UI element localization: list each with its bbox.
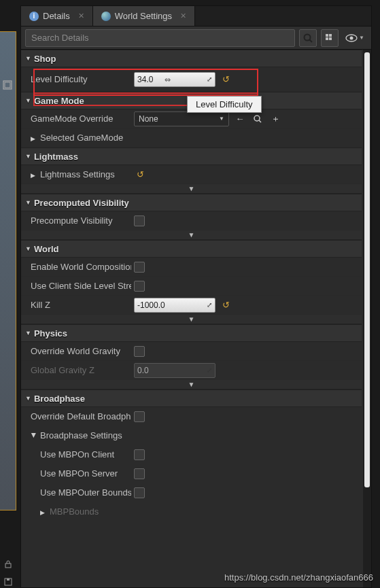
mbp-outer-label: Use MBPOuter Bounds <box>21 487 131 498</box>
row-mbp-bounds[interactable]: ▶MBPBounds <box>21 502 362 521</box>
tab-world-settings[interactable]: World Settings ✕ <box>93 6 195 26</box>
info-icon: i <box>29 12 39 21</box>
dock-icon[interactable] <box>1 79 14 91</box>
kill-z-value: -1000.0 <box>137 300 207 310</box>
section-lightmass-title: Lightmass <box>34 152 78 162</box>
mbp-client-checkbox[interactable] <box>134 449 145 460</box>
disclosure-icon: ▼ <box>25 199 31 206</box>
disclosure-down-icon: ▶ <box>31 433 37 440</box>
svg-rect-7 <box>326 34 328 37</box>
show-advanced-world[interactable]: ▼ <box>21 315 362 324</box>
viewport-sliver <box>0 31 16 511</box>
level-difficulty-input[interactable]: 34.0 ⇔ ⤢ <box>134 72 215 87</box>
search-bar: ▼ <box>21 27 371 50</box>
row-enable-world-composition: Enable World Composition <box>21 258 362 277</box>
gamemode-override-combo[interactable]: None ▼ <box>134 111 229 126</box>
section-world-title: World <box>34 244 59 254</box>
tab-details-label: Details <box>43 11 70 21</box>
close-icon[interactable]: ✕ <box>78 12 84 20</box>
disclosure-icon: ▼ <box>25 153 31 160</box>
tab-details[interactable]: i Details ✕ <box>21 6 93 26</box>
expand-icon[interactable]: ⤢ <box>207 75 212 83</box>
section-shop[interactable]: ▼ Shop <box>21 50 362 67</box>
property-matrix-button[interactable] <box>321 29 339 47</box>
svg-rect-9 <box>326 37 328 40</box>
row-client-side-streaming: Use Client Side Level Streaming <box>21 277 362 296</box>
mbp-outer-checkbox[interactable] <box>134 487 145 498</box>
row-mbp-client: Use MBPOn Client <box>21 445 362 464</box>
expand-icon[interactable]: ⤢ <box>207 301 212 309</box>
enable-world-composition-checkbox[interactable] <box>134 262 145 273</box>
row-broadphase-settings[interactable]: ▶Broadphase Settings <box>21 426 362 445</box>
expand-icon: ⤢ <box>207 366 212 374</box>
row-override-default-broadphase: Override Default Broadphase <box>21 407 362 426</box>
disclosure-icon: ▼ <box>25 395 31 402</box>
client-side-streaming-checkbox[interactable] <box>134 281 145 292</box>
disclosure-right-icon: ▶ <box>31 172 37 179</box>
override-default-broadphase-checkbox[interactable] <box>134 411 145 422</box>
watermark: https://blog.csdn.net/zhangxiaofan666 <box>224 572 373 583</box>
search-input[interactable] <box>25 29 295 47</box>
disclosure-right-icon: ▶ <box>31 135 37 142</box>
level-difficulty-label: Level Difficulty <box>21 74 131 84</box>
new-button[interactable]: ＋ <box>269 112 282 126</box>
mbp-client-label: Use MBPOn Client <box>21 449 131 460</box>
section-physics[interactable]: ▼ Physics <box>21 324 362 342</box>
scrollbar-thumb[interactable] <box>364 52 370 487</box>
chevron-down-icon: ▼ <box>359 35 364 41</box>
level-difficulty-value: 34.0 <box>137 75 207 84</box>
vertical-scrollbar[interactable] <box>363 50 371 587</box>
reset-to-default-button[interactable]: ↺ <box>220 73 232 86</box>
row-mbp-outer: Use MBPOuter Bounds <box>21 483 362 502</box>
svg-rect-2 <box>5 564 11 568</box>
enable-world-composition-label: Enable World Composition <box>21 262 131 272</box>
bottom-dock-icons <box>1 559 15 587</box>
search-button[interactable] <box>299 29 317 47</box>
section-physics-title: Physics <box>34 328 67 339</box>
lightmass-settings-label: ▶Lightmass Settings <box>21 169 131 179</box>
save-icon[interactable] <box>1 577 15 587</box>
override-world-gravity-checkbox[interactable] <box>134 346 145 357</box>
global-gravity-z-value: 0.0 <box>137 366 207 375</box>
eye-icon <box>345 34 358 42</box>
tooltip-level-difficulty: Level Difficulty <box>187 96 262 113</box>
show-advanced-precomp[interactable]: ▼ <box>21 230 362 240</box>
precompute-visibility-checkbox[interactable] <box>134 215 145 226</box>
reset-to-default-button[interactable]: ↺ <box>134 169 146 181</box>
view-options-button[interactable]: ▼ <box>343 34 367 42</box>
disclosure-icon: ▼ <box>25 55 31 62</box>
reset-to-default-button[interactable]: ↺ <box>220 299 232 311</box>
section-lightmass[interactable]: ▼ Lightmass <box>21 148 362 165</box>
row-precompute-visibility: Precompute Visibility <box>21 211 362 230</box>
section-broadphase[interactable]: ▼ Broadphase <box>21 390 362 407</box>
client-side-streaming-label: Use Client Side Level Streaming <box>21 281 131 291</box>
close-icon[interactable]: ✕ <box>180 12 186 20</box>
row-lightmass-settings[interactable]: ▶Lightmass Settings ↺ <box>21 165 362 184</box>
global-gravity-z-input: 0.0 ⤢ <box>134 363 215 378</box>
row-selected-gamemode[interactable]: ▶Selected GameMode <box>21 128 362 148</box>
section-precomputed-visibility[interactable]: ▼ Precomputed Visibility <box>21 194 362 211</box>
lock-icon[interactable] <box>1 559 15 569</box>
svg-rect-10 <box>329 37 332 40</box>
svg-rect-1 <box>5 82 10 88</box>
properties-body: ▼ Shop Level Difficulty 34.0 ⇔ ⤢ ↺ ▼ Gam… <box>21 50 371 587</box>
svg-line-14 <box>259 120 261 122</box>
disclosure-icon: ▼ <box>25 330 31 336</box>
mbp-server-checkbox[interactable] <box>134 468 145 479</box>
use-selected-button[interactable]: ← <box>233 112 247 126</box>
global-gravity-z-label: Global Gravity Z <box>21 365 131 375</box>
section-shop-title: Shop <box>34 54 56 64</box>
tab-bar: i Details ✕ World Settings ✕ <box>21 6 371 27</box>
section-game-mode-title: Game Mode <box>34 96 84 106</box>
world-icon <box>101 12 111 21</box>
show-advanced-physics[interactable]: ▼ <box>21 380 362 390</box>
section-world[interactable]: ▼ World <box>21 240 362 258</box>
browse-button[interactable] <box>251 112 264 126</box>
drag-handle-icon: ⇔ <box>165 75 170 84</box>
show-advanced-lightmass[interactable]: ▼ <box>21 184 362 194</box>
kill-z-input[interactable]: -1000.0 ⤢ <box>134 298 215 313</box>
row-level-difficulty: Level Difficulty 34.0 ⇔ ⤢ ↺ <box>21 67 362 92</box>
svg-point-5 <box>305 34 311 40</box>
world-settings-panel: i Details ✕ World Settings ✕ ▼ ▼ Sho <box>20 5 372 588</box>
mbp-bounds-label: ▶MBPBounds <box>21 506 131 517</box>
